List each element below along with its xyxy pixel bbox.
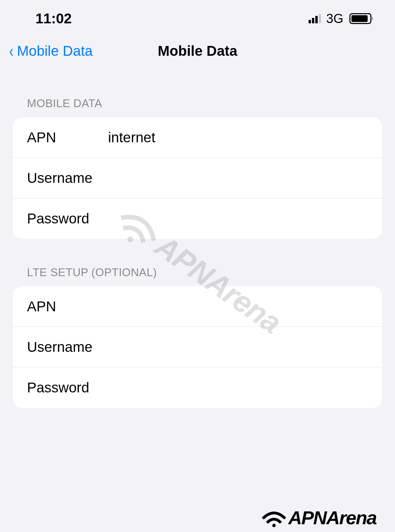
section-body: APN Username Password [13,286,382,408]
battery-icon [349,13,371,24]
navigation-bar: ‹ Mobile Data Mobile Data [0,30,395,70]
field-row-username[interactable]: Username [13,158,382,198]
section-mobile-data: MOBILE DATA APN Username Password [0,97,395,239]
field-label: Username [27,339,108,355]
field-row-password[interactable]: Password [13,198,382,239]
status-bar: 11:02 3G [0,0,395,30]
page-title: Mobile Data [158,43,237,59]
section-lte-setup: LTE SETUP (OPTIONAL) APN Username Passwo… [0,266,395,408]
svg-point-1 [272,524,276,527]
back-button-label: Mobile Data [17,43,93,59]
signal-icon [309,14,321,23]
section-header: MOBILE DATA [13,97,382,117]
back-button[interactable]: ‹ Mobile Data [8,42,93,60]
wifi-icon [260,507,288,528]
field-row-apn[interactable]: APN [13,117,382,158]
apn-input[interactable] [108,128,368,147]
field-label: APN [27,298,108,315]
network-type-label: 3G [326,11,343,26]
field-label: APN [27,129,108,146]
field-row-username[interactable]: Username [13,327,382,367]
field-row-apn[interactable]: APN [13,286,382,327]
logo-text: APNArena [288,507,376,529]
status-time: 11:02 [35,10,72,27]
chevron-left-icon: ‹ [9,42,14,60]
lte-password-input[interactable] [108,378,368,397]
field-label: Password [27,211,108,227]
section-header: LTE SETUP (OPTIONAL) [13,266,382,286]
section-body: APN Username Password [13,117,382,239]
username-input[interactable] [108,168,368,188]
field-row-password[interactable]: Password [13,367,382,408]
status-right: 3G [309,11,371,26]
password-input[interactable] [108,209,368,228]
lte-username-input[interactable] [108,337,368,357]
lte-apn-input[interactable] [108,297,368,316]
field-label: Username [27,170,108,186]
bottom-logo: APNArena [260,507,376,529]
field-label: Password [27,380,108,396]
